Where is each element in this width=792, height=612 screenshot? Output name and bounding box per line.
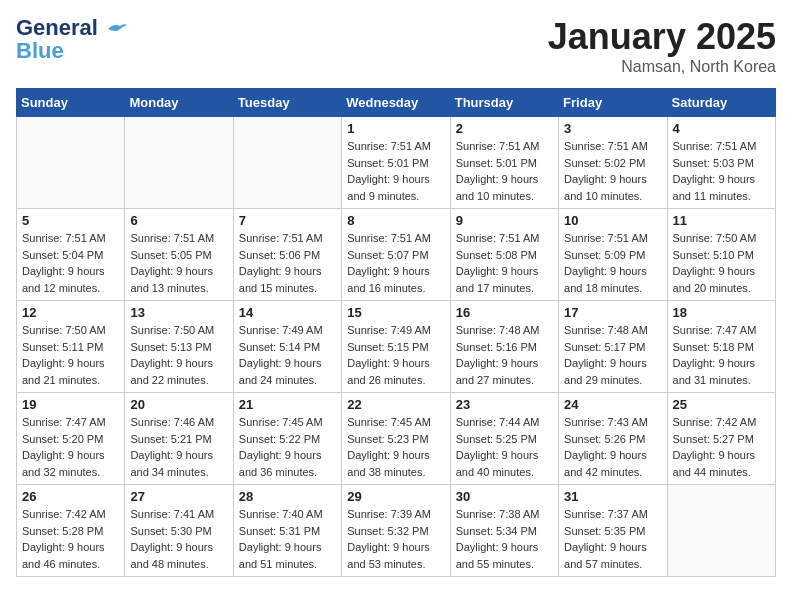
weekday-header-saturday: Saturday — [667, 89, 775, 117]
weekday-header-tuesday: Tuesday — [233, 89, 341, 117]
daylight-text: Daylight: 9 hours and 53 minutes. — [347, 541, 430, 570]
daylight-text: Daylight: 9 hours and 36 minutes. — [239, 449, 322, 478]
cell-info: Sunrise: 7:43 AM Sunset: 5:26 PM Dayligh… — [564, 414, 661, 480]
sunrise-text: Sunrise: 7:47 AM — [22, 416, 106, 428]
cell-info: Sunrise: 7:37 AM Sunset: 5:35 PM Dayligh… — [564, 506, 661, 572]
logo-blue: Blue — [16, 40, 64, 62]
sunset-text: Sunset: 5:09 PM — [564, 249, 645, 261]
day-number: 23 — [456, 397, 553, 412]
day-number: 31 — [564, 489, 661, 504]
sunrise-text: Sunrise: 7:37 AM — [564, 508, 648, 520]
cell-info: Sunrise: 7:42 AM Sunset: 5:28 PM Dayligh… — [22, 506, 119, 572]
calendar-cell: 6 Sunrise: 7:51 AM Sunset: 5:05 PM Dayli… — [125, 209, 233, 301]
calendar-cell: 24 Sunrise: 7:43 AM Sunset: 5:26 PM Dayl… — [559, 393, 667, 485]
calendar-cell: 19 Sunrise: 7:47 AM Sunset: 5:20 PM Dayl… — [17, 393, 125, 485]
logo: General Blue — [16, 16, 128, 62]
day-number: 29 — [347, 489, 444, 504]
daylight-text: Daylight: 9 hours and 40 minutes. — [456, 449, 539, 478]
week-row-5: 26 Sunrise: 7:42 AM Sunset: 5:28 PM Dayl… — [17, 485, 776, 577]
weekday-header-friday: Friday — [559, 89, 667, 117]
calendar-cell: 31 Sunrise: 7:37 AM Sunset: 5:35 PM Dayl… — [559, 485, 667, 577]
daylight-text: Daylight: 9 hours and 46 minutes. — [22, 541, 105, 570]
sunrise-text: Sunrise: 7:51 AM — [347, 232, 431, 244]
calendar-cell: 11 Sunrise: 7:50 AM Sunset: 5:10 PM Dayl… — [667, 209, 775, 301]
sunset-text: Sunset: 5:28 PM — [22, 525, 103, 537]
day-number: 8 — [347, 213, 444, 228]
calendar-cell: 23 Sunrise: 7:44 AM Sunset: 5:25 PM Dayl… — [450, 393, 558, 485]
sunrise-text: Sunrise: 7:51 AM — [22, 232, 106, 244]
calendar-cell — [17, 117, 125, 209]
week-row-1: 1 Sunrise: 7:51 AM Sunset: 5:01 PM Dayli… — [17, 117, 776, 209]
daylight-text: Daylight: 9 hours and 27 minutes. — [456, 357, 539, 386]
calendar-cell: 17 Sunrise: 7:48 AM Sunset: 5:17 PM Dayl… — [559, 301, 667, 393]
calendar-cell: 4 Sunrise: 7:51 AM Sunset: 5:03 PM Dayli… — [667, 117, 775, 209]
daylight-text: Daylight: 9 hours and 21 minutes. — [22, 357, 105, 386]
sunrise-text: Sunrise: 7:51 AM — [456, 232, 540, 244]
cell-info: Sunrise: 7:50 AM Sunset: 5:11 PM Dayligh… — [22, 322, 119, 388]
calendar-cell: 26 Sunrise: 7:42 AM Sunset: 5:28 PM Dayl… — [17, 485, 125, 577]
daylight-text: Daylight: 9 hours and 31 minutes. — [673, 357, 756, 386]
sunset-text: Sunset: 5:22 PM — [239, 433, 320, 445]
sunset-text: Sunset: 5:01 PM — [347, 157, 428, 169]
calendar-cell: 18 Sunrise: 7:47 AM Sunset: 5:18 PM Dayl… — [667, 301, 775, 393]
sunrise-text: Sunrise: 7:50 AM — [22, 324, 106, 336]
calendar-cell — [233, 117, 341, 209]
daylight-text: Daylight: 9 hours and 10 minutes. — [564, 173, 647, 202]
logo-text: General — [16, 16, 128, 40]
cell-info: Sunrise: 7:41 AM Sunset: 5:30 PM Dayligh… — [130, 506, 227, 572]
sunrise-text: Sunrise: 7:45 AM — [239, 416, 323, 428]
weekday-header-sunday: Sunday — [17, 89, 125, 117]
sunset-text: Sunset: 5:08 PM — [456, 249, 537, 261]
daylight-text: Daylight: 9 hours and 42 minutes. — [564, 449, 647, 478]
day-number: 15 — [347, 305, 444, 320]
day-number: 2 — [456, 121, 553, 136]
sunrise-text: Sunrise: 7:50 AM — [673, 232, 757, 244]
cell-info: Sunrise: 7:48 AM Sunset: 5:17 PM Dayligh… — [564, 322, 661, 388]
sunrise-text: Sunrise: 7:44 AM — [456, 416, 540, 428]
daylight-text: Daylight: 9 hours and 22 minutes. — [130, 357, 213, 386]
day-number: 19 — [22, 397, 119, 412]
daylight-text: Daylight: 9 hours and 57 minutes. — [564, 541, 647, 570]
day-number: 7 — [239, 213, 336, 228]
cell-info: Sunrise: 7:44 AM Sunset: 5:25 PM Dayligh… — [456, 414, 553, 480]
cell-info: Sunrise: 7:42 AM Sunset: 5:27 PM Dayligh… — [673, 414, 770, 480]
daylight-text: Daylight: 9 hours and 15 minutes. — [239, 265, 322, 294]
sunrise-text: Sunrise: 7:48 AM — [456, 324, 540, 336]
cell-info: Sunrise: 7:51 AM Sunset: 5:03 PM Dayligh… — [673, 138, 770, 204]
day-number: 20 — [130, 397, 227, 412]
cell-info: Sunrise: 7:39 AM Sunset: 5:32 PM Dayligh… — [347, 506, 444, 572]
sunrise-text: Sunrise: 7:41 AM — [130, 508, 214, 520]
daylight-text: Daylight: 9 hours and 48 minutes. — [130, 541, 213, 570]
day-number: 12 — [22, 305, 119, 320]
sunset-text: Sunset: 5:34 PM — [456, 525, 537, 537]
sunset-text: Sunset: 5:04 PM — [22, 249, 103, 261]
daylight-text: Daylight: 9 hours and 38 minutes. — [347, 449, 430, 478]
week-row-4: 19 Sunrise: 7:47 AM Sunset: 5:20 PM Dayl… — [17, 393, 776, 485]
day-number: 21 — [239, 397, 336, 412]
day-number: 5 — [22, 213, 119, 228]
day-number: 25 — [673, 397, 770, 412]
logo-bird-icon — [106, 21, 128, 37]
sunrise-text: Sunrise: 7:47 AM — [673, 324, 757, 336]
daylight-text: Daylight: 9 hours and 26 minutes. — [347, 357, 430, 386]
weekday-header-row: SundayMondayTuesdayWednesdayThursdayFrid… — [17, 89, 776, 117]
sunset-text: Sunset: 5:07 PM — [347, 249, 428, 261]
sunrise-text: Sunrise: 7:51 AM — [564, 140, 648, 152]
day-number: 22 — [347, 397, 444, 412]
calendar-cell: 13 Sunrise: 7:50 AM Sunset: 5:13 PM Dayl… — [125, 301, 233, 393]
cell-info: Sunrise: 7:45 AM Sunset: 5:23 PM Dayligh… — [347, 414, 444, 480]
cell-info: Sunrise: 7:47 AM Sunset: 5:20 PM Dayligh… — [22, 414, 119, 480]
month-title: January 2025 — [548, 16, 776, 58]
calendar-cell: 10 Sunrise: 7:51 AM Sunset: 5:09 PM Dayl… — [559, 209, 667, 301]
cell-info: Sunrise: 7:51 AM Sunset: 5:06 PM Dayligh… — [239, 230, 336, 296]
sunset-text: Sunset: 5:30 PM — [130, 525, 211, 537]
day-number: 14 — [239, 305, 336, 320]
cell-info: Sunrise: 7:49 AM Sunset: 5:14 PM Dayligh… — [239, 322, 336, 388]
sunset-text: Sunset: 5:32 PM — [347, 525, 428, 537]
calendar-cell: 21 Sunrise: 7:45 AM Sunset: 5:22 PM Dayl… — [233, 393, 341, 485]
sunset-text: Sunset: 5:05 PM — [130, 249, 211, 261]
daylight-text: Daylight: 9 hours and 29 minutes. — [564, 357, 647, 386]
sunrise-text: Sunrise: 7:51 AM — [130, 232, 214, 244]
daylight-text: Daylight: 9 hours and 24 minutes. — [239, 357, 322, 386]
sunrise-text: Sunrise: 7:42 AM — [673, 416, 757, 428]
